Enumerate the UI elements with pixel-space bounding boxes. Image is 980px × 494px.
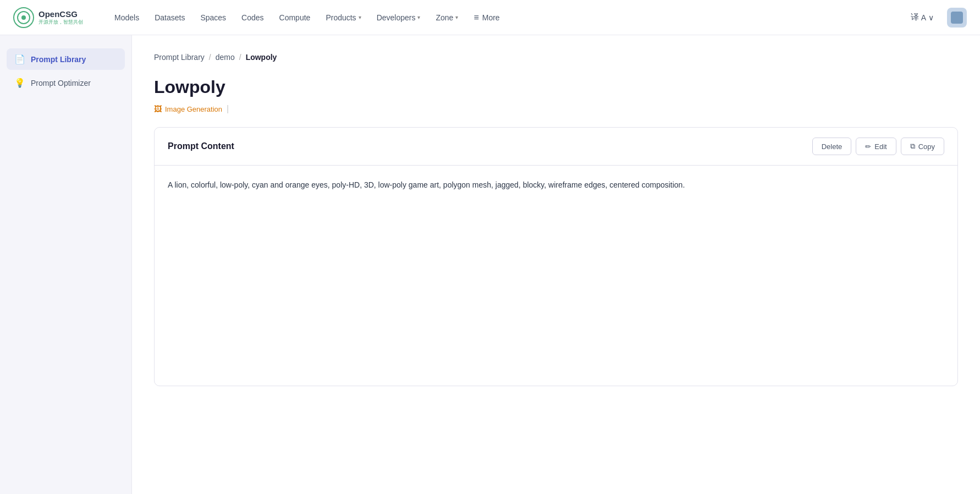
nav-item-datasets[interactable]: Datasets — [148, 10, 191, 25]
copy-label: Copy — [918, 142, 935, 151]
delete-button[interactable]: Delete — [812, 138, 852, 155]
tag-row: 🖼 Image Generation | — [154, 104, 958, 114]
breadcrumb-demo[interactable]: demo — [216, 53, 235, 62]
nav-item-compute[interactable]: Compute — [273, 10, 317, 25]
sidebar-item-label: Prompt Library — [31, 55, 86, 64]
sidebar-item-prompt-optimizer[interactable]: 💡 Prompt Optimizer — [7, 72, 125, 94]
tag-label: Image Generation — [165, 105, 222, 113]
nav-right: 译 A ∨ — [906, 8, 967, 28]
navbar: OpenCSG 开源开放，智慧共创 Models Datasets Spaces… — [0, 0, 980, 35]
edit-icon: ✏ — [865, 142, 871, 151]
main-content: Prompt Library / demo / Lowpoly Lowpoly … — [132, 35, 980, 494]
breadcrumb-current: Lowpoly — [246, 53, 277, 62]
prompt-card-header: Prompt Content Delete ✏ Edit ⧉ Copy — [155, 128, 957, 166]
image-icon: 🖼 — [154, 105, 162, 113]
copy-icon: ⧉ — [910, 142, 915, 151]
breadcrumb: Prompt Library / demo / Lowpoly — [154, 53, 958, 62]
nav-item-zone[interactable]: Zone ▾ — [429, 10, 465, 25]
breadcrumb-sep-2: / — [239, 53, 241, 62]
copy-button[interactable]: ⧉ Copy — [901, 138, 944, 155]
nav-item-models[interactable]: Models — [108, 10, 146, 25]
logo-text: OpenCSG 开源开放，智慧共创 — [38, 9, 83, 26]
more-list-icon: ≡ — [474, 13, 478, 23]
sidebar: 📄 Prompt Library 💡 Prompt Optimizer — [0, 35, 132, 494]
lightbulb-icon: 💡 — [14, 78, 25, 88]
translate-icon: 译 — [911, 12, 919, 23]
prompt-text: A lion, colorful, low-poly, cyan and ora… — [168, 179, 944, 191]
delete-label: Delete — [822, 142, 843, 151]
prompt-card-body: A lion, colorful, low-poly, cyan and ora… — [155, 166, 957, 386]
lang-chevron-icon: ∨ — [928, 13, 934, 22]
breadcrumb-sep-1: / — [209, 53, 211, 62]
user-avatar[interactable] — [947, 8, 967, 28]
page-layout: 📄 Prompt Library 💡 Prompt Optimizer Prom… — [0, 35, 980, 494]
prompt-card: Prompt Content Delete ✏ Edit ⧉ Copy — [154, 127, 958, 386]
nav-item-developers[interactable]: Developers ▾ — [370, 10, 427, 25]
edit-label: Edit — [874, 142, 887, 151]
breadcrumb-prompt-library[interactable]: Prompt Library — [154, 53, 205, 62]
nav-links: Models Datasets Spaces Codes Compute Pro… — [108, 9, 889, 26]
sidebar-item-prompt-library[interactable]: 📄 Prompt Library — [7, 48, 125, 70]
prompt-card-actions: Delete ✏ Edit ⧉ Copy — [812, 138, 944, 155]
nav-item-products[interactable]: Products ▾ — [319, 10, 367, 25]
tag-separator: | — [227, 104, 229, 114]
logo-icon — [13, 7, 34, 28]
sidebar-item-label: Prompt Optimizer — [31, 79, 91, 87]
developers-chevron-icon: ▾ — [417, 14, 420, 20]
nav-item-codes[interactable]: Codes — [235, 10, 270, 25]
lang-label: A — [921, 13, 926, 22]
language-selector[interactable]: 译 A ∨ — [906, 10, 938, 25]
edit-button[interactable]: ✏ Edit — [856, 138, 896, 155]
image-generation-tag[interactable]: 🖼 Image Generation — [154, 105, 222, 113]
logo[interactable]: OpenCSG 开源开放，智慧共创 — [13, 7, 90, 28]
nav-item-spaces[interactable]: Spaces — [194, 10, 233, 25]
products-chevron-icon: ▾ — [359, 14, 361, 20]
nav-item-more[interactable]: ≡ More — [467, 9, 506, 26]
page-title: Lowpoly — [154, 77, 958, 97]
prompt-content-title: Prompt Content — [168, 141, 234, 151]
zone-chevron-icon: ▾ — [455, 14, 458, 20]
document-icon: 📄 — [14, 54, 25, 64]
